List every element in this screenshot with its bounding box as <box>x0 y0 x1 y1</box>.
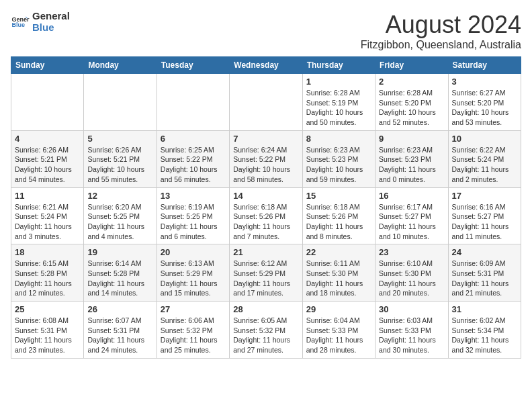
day-cell: 7Sunrise: 6:24 AMSunset: 5:22 PMDaylight… <box>230 130 302 187</box>
day-info: Sunrise: 6:02 AMSunset: 5:34 PMDaylight:… <box>452 316 517 355</box>
week-row-4: 18Sunrise: 6:15 AMSunset: 5:28 PMDayligh… <box>11 244 521 302</box>
day-cell <box>230 74 302 131</box>
day-info-line: Sunset: 5:22 PM <box>161 155 213 163</box>
day-info-line: Sunrise: 6:09 AM <box>452 259 506 267</box>
day-info: Sunrise: 6:28 AMSunset: 5:20 PMDaylight:… <box>379 88 444 128</box>
day-info-line: Daylight: 11 hours <box>15 222 72 230</box>
svg-text:Blue: Blue <box>11 21 25 28</box>
day-info-line: Sunrise: 6:27 AM <box>452 89 506 97</box>
header: General Blue General Blue August 2024 Fi… <box>11 11 521 51</box>
day-info: Sunrise: 6:08 AMSunset: 5:31 PMDaylight:… <box>15 316 80 355</box>
day-number: 17 <box>452 191 517 201</box>
day-info: Sunrise: 6:20 AMSunset: 5:25 PMDaylight:… <box>87 202 152 242</box>
day-info-line: and 28 minutes. <box>306 346 357 354</box>
day-info-line: Sunrise: 6:14 AM <box>87 259 141 267</box>
day-info-line: Daylight: 11 hours <box>161 279 218 287</box>
header-cell-thursday: Thursday <box>302 57 375 74</box>
day-number: 16 <box>379 191 444 201</box>
day-cell: 1Sunrise: 6:28 AMSunset: 5:19 PMDaylight… <box>302 74 375 131</box>
week-row-5: 25Sunrise: 6:08 AMSunset: 5:31 PMDayligh… <box>11 302 521 359</box>
day-info: Sunrise: 6:19 AMSunset: 5:25 PMDaylight:… <box>161 202 226 242</box>
day-info-line: Sunset: 5:26 PM <box>233 212 285 220</box>
day-cell: 11Sunrise: 6:21 AMSunset: 5:24 PMDayligh… <box>11 187 84 244</box>
day-info-line: Daylight: 10 hours <box>233 165 290 173</box>
day-info-line: Daylight: 11 hours <box>379 165 436 173</box>
day-cell <box>84 74 157 131</box>
day-number: 7 <box>233 134 298 144</box>
day-info-line: and 20 minutes. <box>379 289 429 297</box>
day-info-line: Sunset: 5:28 PM <box>15 269 67 277</box>
day-info-line: Daylight: 11 hours <box>161 222 218 230</box>
day-info-line: Sunset: 5:32 PM <box>161 326 213 334</box>
day-cell: 19Sunrise: 6:14 AMSunset: 5:28 PMDayligh… <box>84 244 157 302</box>
day-info-line: and 24 minutes. <box>87 346 138 354</box>
day-info: Sunrise: 6:12 AMSunset: 5:29 PMDaylight:… <box>233 259 298 298</box>
day-info-line: Sunset: 5:23 PM <box>306 155 359 163</box>
day-info-line: Daylight: 11 hours <box>161 336 218 344</box>
day-number: 28 <box>233 304 298 314</box>
day-number: 26 <box>87 304 152 314</box>
day-info: Sunrise: 6:26 AMSunset: 5:21 PMDaylight:… <box>15 145 80 185</box>
day-info: Sunrise: 6:07 AMSunset: 5:31 PMDaylight:… <box>87 316 152 355</box>
day-info-line: Daylight: 11 hours <box>233 222 290 230</box>
day-number: 2 <box>379 77 444 87</box>
day-info-line: Daylight: 10 hours <box>306 165 363 173</box>
day-number: 9 <box>379 134 444 144</box>
day-info-line: Sunset: 5:31 PM <box>15 326 67 334</box>
day-cell: 3Sunrise: 6:27 AMSunset: 5:20 PMDaylight… <box>448 74 521 131</box>
day-info-line: Sunset: 5:29 PM <box>233 269 285 277</box>
day-info-line: and 21 minutes. <box>452 289 502 297</box>
day-number: 1 <box>306 77 371 87</box>
day-info: Sunrise: 6:24 AMSunset: 5:22 PMDaylight:… <box>233 145 298 185</box>
day-info-line: Sunrise: 6:26 AM <box>15 146 69 154</box>
day-cell: 31Sunrise: 6:02 AMSunset: 5:34 PMDayligh… <box>448 302 521 359</box>
header-cell-friday: Friday <box>375 57 448 74</box>
day-info-line: Sunrise: 6:04 AM <box>306 316 360 324</box>
day-number: 8 <box>306 134 371 144</box>
day-number: 19 <box>87 247 152 257</box>
day-cell: 17Sunrise: 6:16 AMSunset: 5:27 PMDayligh… <box>448 187 521 244</box>
day-info-line: Sunrise: 6:25 AM <box>161 146 214 154</box>
day-info-line: Sunrise: 6:22 AM <box>452 146 506 154</box>
day-cell: 12Sunrise: 6:20 AMSunset: 5:25 PMDayligh… <box>84 187 157 244</box>
day-info-line: Sunset: 5:30 PM <box>379 269 431 277</box>
day-info-line: Sunrise: 6:02 AM <box>452 316 506 324</box>
day-info-line: Sunset: 5:32 PM <box>233 326 285 334</box>
day-info-line: Daylight: 11 hours <box>87 279 144 287</box>
day-info-line: and 23 minutes. <box>15 346 65 354</box>
day-cell: 23Sunrise: 6:10 AMSunset: 5:30 PMDayligh… <box>375 244 448 302</box>
day-cell: 5Sunrise: 6:26 AMSunset: 5:21 PMDaylight… <box>84 130 157 187</box>
day-info-line: and 53 minutes. <box>452 118 502 126</box>
header-row: SundayMondayTuesdayWednesdayThursdayFrid… <box>11 57 521 74</box>
day-cell <box>157 74 229 131</box>
day-info-line: and 3 minutes. <box>15 232 61 240</box>
day-number: 21 <box>233 247 298 257</box>
day-number: 23 <box>379 247 444 257</box>
day-info-line: Sunrise: 6:23 AM <box>379 146 433 154</box>
day-info-line: Sunset: 5:24 PM <box>15 212 67 220</box>
week-row-2: 4Sunrise: 6:26 AMSunset: 5:21 PMDaylight… <box>11 130 521 187</box>
week-row-1: 1Sunrise: 6:28 AMSunset: 5:19 PMDaylight… <box>11 74 521 131</box>
title-block: August 2024 Fitzgibbon, Queensland, Aust… <box>361 11 521 51</box>
day-info-line: and 6 minutes. <box>161 232 207 240</box>
day-info: Sunrise: 6:18 AMSunset: 5:26 PMDaylight:… <box>233 202 298 242</box>
day-info: Sunrise: 6:04 AMSunset: 5:33 PMDaylight:… <box>306 316 371 355</box>
day-info-line: and 32 minutes. <box>452 346 502 354</box>
day-cell: 25Sunrise: 6:08 AMSunset: 5:31 PMDayligh… <box>11 302 84 359</box>
day-info-line: Sunset: 5:31 PM <box>87 326 140 334</box>
day-cell: 14Sunrise: 6:18 AMSunset: 5:26 PMDayligh… <box>230 187 302 244</box>
day-info-line: Sunrise: 6:07 AM <box>87 316 141 324</box>
day-number: 5 <box>87 134 152 144</box>
day-info-line: Sunrise: 6:28 AM <box>306 89 360 97</box>
day-cell: 6Sunrise: 6:25 AMSunset: 5:22 PMDaylight… <box>157 130 229 187</box>
day-info-line: Sunset: 5:24 PM <box>452 155 504 163</box>
day-info: Sunrise: 6:03 AMSunset: 5:33 PMDaylight:… <box>379 316 444 355</box>
day-number: 24 <box>452 247 517 257</box>
day-info-line: and 58 minutes. <box>233 175 283 183</box>
day-info-line: Sunrise: 6:26 AM <box>87 146 141 154</box>
day-info-line: Sunrise: 6:18 AM <box>306 203 360 211</box>
day-info-line: and 12 minutes. <box>15 289 65 297</box>
week-row-3: 11Sunrise: 6:21 AMSunset: 5:24 PMDayligh… <box>11 187 521 244</box>
day-info-line: and 11 minutes. <box>452 232 502 240</box>
day-info-line: and 15 minutes. <box>161 289 211 297</box>
